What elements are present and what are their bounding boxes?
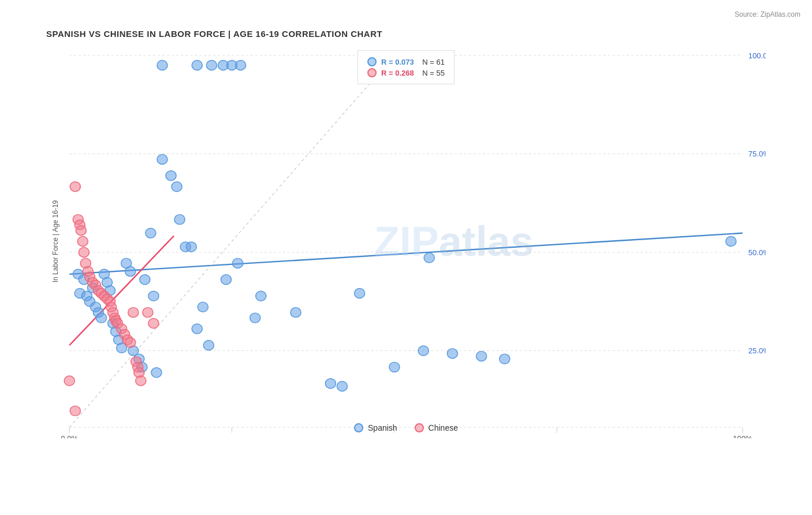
- bottom-legend-dot-spanish: [354, 423, 363, 432]
- svg-line-18: [69, 55, 394, 427]
- svg-point-107: [148, 319, 159, 329]
- svg-point-66: [355, 288, 365, 298]
- svg-text:100%: 100%: [733, 435, 752, 438]
- legend-dot-spanish: [367, 57, 377, 66]
- svg-point-103: [136, 376, 146, 386]
- svg-point-51: [198, 302, 208, 312]
- svg-point-40: [140, 275, 150, 285]
- bottom-legend-label-chinese: Chinese: [429, 423, 458, 432]
- svg-point-46: [172, 182, 182, 192]
- svg-point-54: [233, 258, 243, 268]
- svg-point-72: [500, 354, 510, 364]
- svg-point-63: [290, 308, 301, 318]
- legend-dot-chinese: [367, 68, 377, 77]
- svg-point-74: [70, 182, 80, 192]
- svg-point-77: [76, 226, 86, 236]
- svg-point-106: [143, 308, 153, 318]
- svg-point-69: [424, 253, 434, 263]
- svg-text:75.0%: 75.0%: [748, 151, 766, 159]
- svg-point-55: [250, 313, 260, 323]
- svg-point-52: [203, 340, 214, 350]
- svg-text:25.0%: 25.0%: [748, 348, 766, 356]
- svg-point-99: [128, 308, 139, 318]
- svg-text:50.0%: 50.0%: [748, 249, 766, 257]
- svg-point-45: [166, 171, 176, 181]
- svg-point-73: [726, 236, 736, 246]
- svg-point-68: [418, 346, 429, 356]
- legend-row-spanish: R = 0.073 N = 61: [367, 57, 445, 66]
- svg-point-79: [79, 247, 89, 257]
- legend-r-spanish: R = 0.073 N = 61: [381, 58, 445, 66]
- svg-point-64: [325, 379, 336, 389]
- bottom-legend-dot-chinese: [415, 423, 424, 432]
- svg-point-57: [157, 60, 167, 70]
- svg-text:0.0%: 0.0%: [61, 435, 78, 438]
- bottom-legend-spanish: Spanish: [354, 423, 397, 432]
- svg-point-41: [146, 228, 156, 238]
- svg-point-62: [236, 60, 246, 70]
- svg-point-27: [96, 313, 106, 323]
- legend-r-chinese: R = 0.268 N = 55: [381, 69, 445, 77]
- y-axis-label: In Labor Force | Age 16-19: [51, 200, 59, 283]
- bottom-legend-chinese: Chinese: [415, 423, 458, 432]
- svg-point-49: [186, 242, 196, 252]
- svg-point-53: [221, 275, 231, 285]
- legend-row-chinese: R = 0.268 N = 55: [367, 68, 445, 77]
- bottom-legend: Spanish Chinese: [354, 423, 458, 432]
- svg-point-71: [476, 351, 487, 361]
- svg-point-104: [64, 376, 75, 386]
- svg-point-58: [192, 60, 202, 70]
- source-text: Source: ZipAtlas.com: [735, 10, 800, 18]
- svg-point-42: [148, 291, 159, 301]
- svg-point-50: [192, 324, 202, 334]
- legend-box: R = 0.073 N = 61 R = 0.268 N = 55: [357, 50, 455, 84]
- bottom-legend-label-spanish: Spanish: [368, 423, 397, 432]
- svg-point-59: [206, 60, 217, 70]
- chart-title: SPANISH VS CHINESE IN LABOR FORCE | AGE …: [46, 29, 766, 39]
- svg-point-65: [337, 381, 347, 391]
- svg-point-47: [174, 215, 185, 225]
- svg-point-56: [256, 291, 266, 301]
- scatter-plot: 100.0% 75.0% 50.0% 25.0% 0.0% 100%: [46, 44, 766, 438]
- svg-point-44: [157, 154, 167, 164]
- chart-container: SPANISH VS CHINESE IN LABOR FORCE | AGE …: [0, 0, 812, 515]
- svg-point-36: [125, 267, 136, 277]
- svg-point-67: [389, 362, 400, 372]
- svg-point-43: [151, 368, 162, 378]
- svg-point-105: [70, 406, 80, 416]
- svg-point-98: [125, 338, 136, 348]
- svg-text:100.0%: 100.0%: [748, 52, 766, 60]
- svg-point-70: [447, 349, 457, 359]
- svg-point-78: [77, 236, 88, 246]
- chart-area: In Labor Force | Age 16-19 R = 0.073 N =…: [46, 44, 766, 438]
